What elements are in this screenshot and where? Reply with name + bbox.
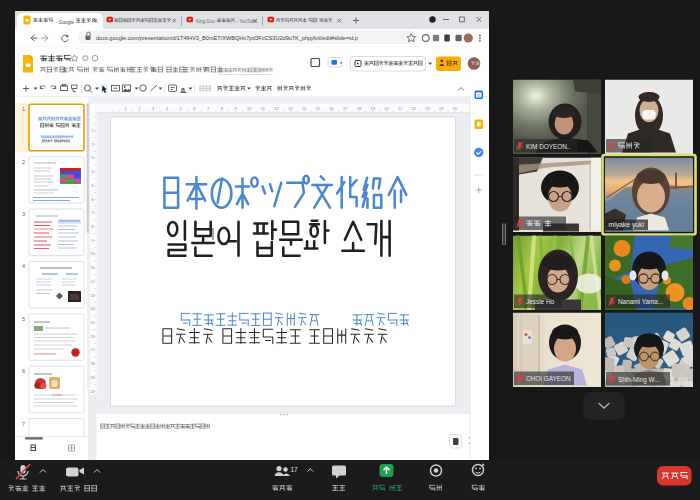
svg-text:16: 16 xyxy=(91,335,95,339)
svg-text:21: 21 xyxy=(398,106,403,111)
svg-text:10: 10 xyxy=(247,106,252,111)
svg-text:- Google: - Google xyxy=(56,20,75,25)
svg-text:14: 14 xyxy=(302,106,307,111)
svg-text:17: 17 xyxy=(343,106,348,111)
svg-text:24: 24 xyxy=(439,106,444,111)
svg-text:13: 13 xyxy=(288,106,293,111)
svg-text:23: 23 xyxy=(425,106,430,111)
svg-text:1: 1 xyxy=(22,106,25,112)
svg-text:19: 19 xyxy=(91,376,95,380)
svg-text:14: 14 xyxy=(91,307,95,311)
svg-text:2: 2 xyxy=(92,143,94,147)
svg-text:20: 20 xyxy=(91,390,95,394)
svg-text:19: 19 xyxy=(370,106,375,111)
svg-text:1: 1 xyxy=(92,129,94,133)
svg-text:CHOI GAYEON: CHOI GAYEON xyxy=(526,375,571,382)
svg-text:docs.google.com/presentation/d: docs.google.com/presentation/d/1T4fHV3_B… xyxy=(96,35,358,41)
svg-text:18: 18 xyxy=(357,106,362,111)
svg-text:King Gnu -: King Gnu - xyxy=(196,19,218,24)
svg-text:5: 5 xyxy=(92,184,94,188)
svg-text:4: 4 xyxy=(92,170,94,174)
svg-text:7: 7 xyxy=(92,211,94,215)
svg-text:31: 31 xyxy=(477,94,481,98)
svg-text:16: 16 xyxy=(329,106,334,111)
svg-text:- YouTube: - YouTube xyxy=(237,19,258,24)
svg-text:25: 25 xyxy=(453,106,458,111)
svg-text:20: 20 xyxy=(384,106,389,111)
svg-text:7: 7 xyxy=(22,421,25,427)
svg-text:11: 11 xyxy=(91,266,95,270)
svg-text:10: 10 xyxy=(91,252,95,256)
svg-text:5: 5 xyxy=(22,316,25,322)
svg-text:KIM DOYEON..: KIM DOYEON.. xyxy=(526,143,571,150)
svg-text:13: 13 xyxy=(91,294,95,298)
svg-text:2: 2 xyxy=(22,159,25,165)
svg-text:9: 9 xyxy=(92,239,94,243)
svg-text:17: 17 xyxy=(291,466,299,473)
svg-text:3: 3 xyxy=(22,211,25,217)
svg-text:22: 22 xyxy=(412,106,417,111)
svg-text:4: 4 xyxy=(22,263,25,269)
svg-text:Shih-Ming W...: Shih-Ming W... xyxy=(618,376,660,384)
svg-text:3: 3 xyxy=(92,156,94,160)
svg-text:6: 6 xyxy=(92,198,94,202)
svg-text:12: 12 xyxy=(274,106,279,111)
svg-text:15: 15 xyxy=(91,321,95,325)
svg-text:12: 12 xyxy=(91,280,95,284)
svg-text:8: 8 xyxy=(92,225,94,229)
svg-text:miyake yuki: miyake yuki xyxy=(609,221,645,229)
svg-text:18: 18 xyxy=(91,362,95,366)
svg-text:a: a xyxy=(181,86,185,93)
svg-text:Jessie Ho: Jessie Ho xyxy=(526,298,555,305)
svg-text:6: 6 xyxy=(22,368,25,374)
svg-text:17: 17 xyxy=(91,348,95,352)
svg-text:Nanami Yama...: Nanami Yama... xyxy=(618,298,663,305)
svg-text:15: 15 xyxy=(316,106,321,111)
